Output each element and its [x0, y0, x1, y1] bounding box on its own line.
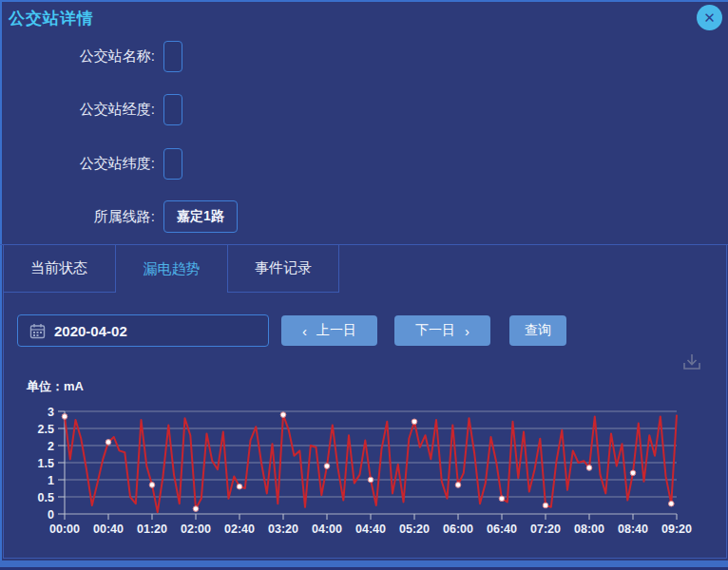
query-label: 查询 — [525, 322, 551, 339]
leakage-chart: 单位：mA 00.511.522.5300:0000:4001:2002:000… — [0, 376, 728, 551]
tabbar: 当前状态 漏电趋势 事件记录 — [3, 245, 339, 293]
svg-text:01:20: 01:20 — [137, 522, 167, 536]
svg-text:2: 2 — [48, 440, 54, 453]
date-picker[interactable]: 2020-04-02 — [17, 314, 269, 347]
svg-text:00:40: 00:40 — [93, 522, 124, 536]
download-button[interactable] — [680, 351, 703, 373]
prev-day-button[interactable]: ‹ 上一日 — [281, 315, 377, 346]
chevron-right-icon: › — [465, 324, 469, 338]
download-icon — [680, 351, 703, 373]
tab-current-status[interactable]: 当前状态 — [3, 245, 116, 293]
svg-text:2.5: 2.5 — [38, 423, 54, 436]
frame-top — [0, 0, 728, 2]
svg-text:06:40: 06:40 — [487, 522, 517, 536]
svg-text:07:20: 07:20 — [530, 522, 561, 536]
svg-text:1.5: 1.5 — [38, 457, 54, 470]
svg-text:04:40: 04:40 — [355, 522, 386, 536]
next-day-button[interactable]: 下一日 › — [394, 315, 490, 346]
svg-text:1: 1 — [48, 474, 54, 487]
svg-text:00:00: 00:00 — [49, 522, 80, 536]
svg-text:08:40: 08:40 — [618, 522, 648, 536]
next-day-label: 下一日 — [415, 322, 455, 339]
svg-text:03:20: 03:20 — [268, 522, 298, 536]
latitude-input[interactable] — [163, 148, 182, 180]
station-name-label: 公交站名称: — [8, 48, 155, 66]
chevron-left-icon: ‹ — [302, 324, 307, 338]
page-title: 公交站详情 — [9, 8, 94, 29]
svg-text:02:40: 02:40 — [224, 522, 255, 536]
calendar-icon — [29, 323, 46, 339]
svg-text:0.5: 0.5 — [38, 491, 54, 504]
close-icon: ✕ — [703, 10, 716, 25]
route-tag-button[interactable]: 嘉定1路 — [163, 200, 238, 233]
frame-bottom-band — [0, 560, 728, 567]
station-name-input[interactable] — [163, 41, 182, 72]
latitude-label: 公交站纬度: — [8, 155, 155, 173]
chart-unit-label: 单位：mA — [27, 378, 84, 395]
tab-leakage-trend[interactable]: 漏电趋势 — [116, 245, 228, 293]
leakage-chart-svg: 00.511.522.5300:0000:4001:2002:0002:4003… — [0, 376, 728, 551]
svg-text:08:00: 08:00 — [574, 522, 604, 536]
svg-text:09:20: 09:20 — [661, 522, 692, 536]
svg-text:02:00: 02:00 — [181, 522, 211, 536]
svg-text:06:00: 06:00 — [443, 522, 473, 536]
longitude-label: 公交站经度: — [8, 101, 155, 119]
query-button[interactable]: 查询 — [509, 315, 566, 346]
tab-event-log[interactable]: 事件记录 — [228, 245, 339, 293]
prev-day-label: 上一日 — [316, 322, 356, 339]
svg-text:04:00: 04:00 — [312, 522, 342, 536]
svg-text:0: 0 — [48, 508, 54, 522]
close-button[interactable]: ✕ — [697, 5, 722, 30]
svg-text:05:20: 05:20 — [399, 522, 430, 536]
route-label: 所属线路: — [8, 208, 155, 226]
svg-text:3: 3 — [48, 406, 54, 419]
longitude-input[interactable] — [163, 94, 182, 125]
date-value: 2020-04-02 — [54, 323, 127, 339]
